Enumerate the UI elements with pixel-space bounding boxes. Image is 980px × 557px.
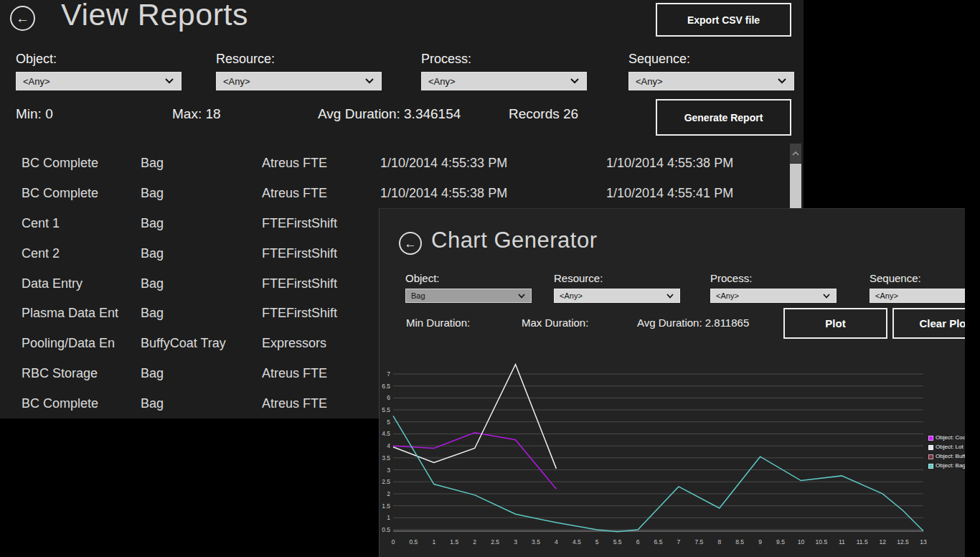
table-cell: BuffyCoat Tray — [141, 336, 262, 351]
sequence-filter-label: Sequence: — [628, 52, 794, 67]
process-dropdown-value: <Any> — [428, 76, 456, 87]
min-stat: Min: 0 — [16, 106, 53, 122]
object-dropdown[interactable]: <Any> — [16, 72, 182, 90]
chart-generator-window: ← Chart Generator Object: Bag Resource: … — [379, 208, 965, 557]
y-tick-label: 5.5 — [382, 406, 390, 413]
process-dropdown[interactable]: <Any> — [421, 72, 587, 90]
x-tick-label: 9 — [758, 538, 762, 546]
x-tick-label: 3 — [514, 538, 517, 546]
legend-entry: Object: BuffyC — [928, 454, 965, 459]
y-tick-label: 3.5 — [382, 454, 390, 462]
table-row[interactable]: BC CompleteBagAtreus FTE1/10/2014 4:55:3… — [0, 179, 790, 209]
x-tick-label: 7 — [677, 538, 681, 546]
x-tick-label: 13 — [920, 538, 927, 546]
back-arrow-icon: ← — [16, 11, 29, 25]
legend-entry: Object: Coole — [928, 435, 965, 441]
table-row[interactable]: BC CompleteBagAtreus FTE1/10/2014 4:55:3… — [0, 149, 790, 179]
x-tick-label: 1.5 — [450, 538, 458, 546]
x-tick-label: 9.5 — [776, 538, 785, 546]
y-tick-label: 5 — [387, 418, 390, 426]
table-cell: Bag — [141, 366, 262, 381]
table-cell: Atreus FTE — [262, 156, 380, 171]
x-tick-label: 2.5 — [491, 538, 499, 546]
table-cell: 1/10/2014 4:55:38 PM — [380, 186, 606, 201]
back-button[interactable]: ← — [10, 6, 35, 31]
sequence-dropdown-value: <Any> — [636, 76, 663, 87]
table-cell: BC Complete — [0, 396, 141, 411]
y-tick-label: 2 — [387, 490, 390, 497]
x-tick-label: 4 — [555, 538, 558, 546]
chevron-down-icon — [165, 78, 174, 84]
legend-swatch — [928, 454, 933, 459]
avg-duration-stat: Avg Duration: 3.346154 — [318, 106, 461, 122]
process-filter-label: Process: — [421, 52, 587, 67]
y-tick-label: 3 — [387, 467, 390, 474]
object-filter-label: Object: — [16, 52, 182, 67]
y-tick-label: 1 — [387, 514, 390, 521]
records-count: Records 26 — [509, 106, 578, 122]
table-cell: Bag — [141, 156, 262, 171]
x-tick-label: 8 — [717, 538, 721, 546]
x-tick-label: 0.5 — [410, 538, 418, 546]
chevron-down-icon — [570, 78, 579, 84]
line-chart: 0.511.522.533.544.555.566.5700.511.522.5… — [380, 209, 965, 557]
table-cell: Atreus FTE — [262, 396, 380, 411]
x-tick-label: 6 — [636, 538, 640, 546]
x-tick-label: 7.5 — [694, 538, 703, 546]
legend-label: Object: BuffyC — [936, 454, 965, 459]
y-tick-label: 2.5 — [382, 478, 390, 485]
process-filter: Process: <Any> — [421, 52, 587, 90]
y-tick-label: 4 — [387, 442, 390, 449]
sequence-filter: Sequence: <Any> — [628, 52, 794, 90]
x-tick-label: 0 — [392, 538, 395, 546]
table-cell: Cent 1 — [0, 216, 141, 231]
resource-filter: Resource: <Any> — [216, 52, 382, 90]
table-cell: Bag — [141, 276, 262, 291]
legend-entry: Object: Bag — [928, 463, 965, 469]
table-cell: 1/10/2014 4:55:33 PM — [380, 156, 606, 171]
resource-filter-label: Resource: — [216, 52, 382, 67]
x-tick-label: 10 — [798, 538, 805, 546]
legend-label: Object: Coole — [936, 435, 965, 441]
table-cell: Bag — [141, 216, 262, 231]
table-cell: Bag — [141, 396, 262, 411]
x-tick-label: 2 — [473, 538, 476, 546]
scroll-up-button[interactable] — [790, 144, 801, 163]
x-tick-label: 4.5 — [573, 538, 581, 546]
legend-entry: Object: Lot — [928, 444, 965, 450]
table-cell: RBC Storage — [0, 366, 141, 381]
table-cell: Pooling/Data En — [0, 336, 141, 351]
table-cell: Bag — [141, 306, 262, 321]
table-cell: Bag — [141, 186, 262, 201]
legend-label: Object: Lot — [936, 444, 963, 450]
x-tick-label: 11 — [839, 538, 845, 546]
table-cell: Cent 2 — [0, 246, 141, 261]
legend-label: Object: Bag — [936, 463, 965, 469]
generate-report-button[interactable]: Generate Report — [656, 99, 791, 136]
y-tick-label: 0.5 — [382, 526, 390, 533]
sequence-dropdown[interactable]: <Any> — [628, 72, 794, 90]
object-filter: Object: <Any> — [16, 52, 182, 90]
object-dropdown-value: <Any> — [23, 76, 50, 87]
table-cell: Data Entry — [0, 276, 141, 291]
resource-dropdown[interactable]: <Any> — [216, 72, 382, 90]
chevron-down-icon — [778, 78, 786, 84]
y-tick-label: 6 — [387, 394, 390, 401]
chevron-down-icon — [365, 78, 374, 84]
table-cell: Plasma Data Ent — [0, 306, 141, 321]
x-tick-label: 8.5 — [735, 538, 744, 546]
y-tick-label: 7 — [387, 370, 390, 378]
chart-legend: Object: CooleObject: LotObject: BuffyCOb… — [928, 435, 965, 472]
max-stat: Max: 18 — [172, 106, 221, 122]
table-cell: BC Complete — [0, 186, 141, 201]
y-tick-label: 4.5 — [382, 430, 390, 437]
table-cell: 1/10/2014 4:55:38 PM — [606, 156, 790, 171]
legend-swatch — [928, 436, 933, 441]
page-title: View Reports — [61, 0, 248, 32]
desktop-background: ← View Reports Export CSV file Object: <… — [0, 0, 980, 557]
y-tick-label: 6.5 — [382, 383, 390, 390]
x-tick-label: 1 — [432, 538, 435, 546]
x-tick-label: 5 — [595, 538, 599, 546]
export-csv-button[interactable]: Export CSV file — [656, 3, 791, 37]
x-tick-label: 10.5 — [816, 538, 828, 546]
